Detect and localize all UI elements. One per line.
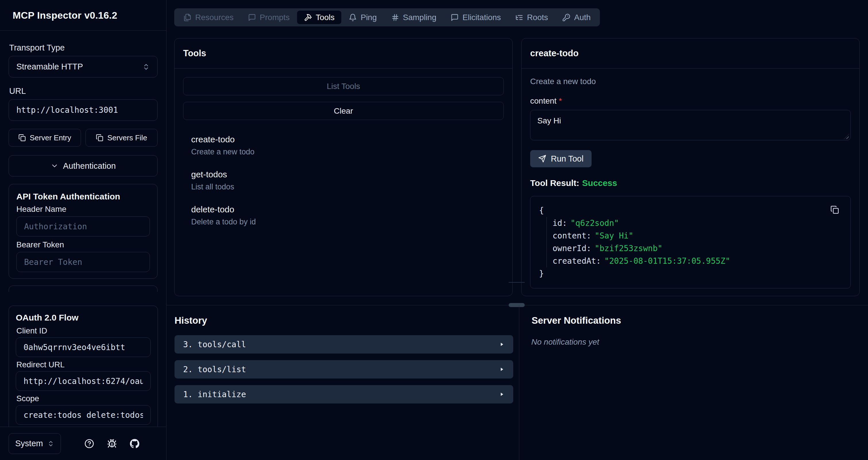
tool-result-json: { id:"q6z2sodn" content:"Say Hi" ownerId…: [530, 196, 851, 288]
tab-label: Auth: [574, 13, 591, 22]
sidebar-header: MCP Inspector v0.16.2: [0, 0, 166, 31]
history-item-tools-call[interactable]: 3. tools/call: [175, 335, 513, 354]
horizontal-split-handle[interactable]: [508, 303, 525, 307]
message-square-icon: [451, 13, 459, 22]
vertical-split-grip[interactable]: [508, 282, 525, 283]
history-title: History: [175, 315, 207, 326]
client-id-label: Client ID: [17, 327, 151, 335]
json-entry: createdAt:"2025-08-01T15:37:05.955Z": [553, 255, 842, 267]
files-icon: [183, 13, 191, 22]
header-name-input[interactable]: [17, 217, 150, 236]
history-item-label: 1. initialize: [183, 390, 246, 399]
tools-panel-title: Tools: [175, 38, 513, 69]
tab-ping[interactable]: Ping: [342, 11, 383, 24]
content-textarea[interactable]: Say Hi: [530, 110, 851, 140]
chevrons-up-down-icon: [48, 440, 54, 447]
tool-result-status: Success: [582, 178, 617, 188]
clear-tools-button[interactable]: Clear: [183, 102, 504, 120]
sidebar-scroll-area[interactable]: Transport Type Streamable HTTP URL Serve…: [0, 31, 166, 292]
chevron-right-icon: [499, 391, 505, 397]
selected-tool-body: Create a new todo content* Say Hi Run To…: [522, 69, 859, 297]
tool-description: List all todos: [191, 182, 496, 192]
content-textarea-wrap: Say Hi: [530, 110, 851, 141]
oauth-flow-title: OAuth 2.0 Flow: [16, 313, 151, 323]
tool-name: delete-todo: [191, 204, 496, 215]
hammer-icon: [304, 13, 312, 22]
json-entry: ownerId:"bzif253zswnb": [553, 242, 842, 255]
transport-type-select[interactable]: Streamable HTTP: [9, 56, 158, 77]
history-item-tools-list[interactable]: 2. tools/list: [175, 360, 513, 379]
tool-name: create-todo: [191, 134, 496, 144]
tab-label: Roots: [527, 13, 548, 22]
history-item-initialize[interactable]: 1. initialize: [175, 385, 513, 403]
history-notifications-separator: [519, 305, 519, 460]
tools-panel: Tools List Tools Clear create-todo Creat…: [174, 38, 513, 296]
server-notifications-empty: No notifications yet: [531, 337, 599, 347]
footer-icons: [61, 439, 157, 449]
header-name-label: Header Name: [17, 205, 150, 213]
bell-icon: [349, 13, 357, 22]
authentication-toggle[interactable]: Authentication: [9, 155, 158, 176]
theme-select[interactable]: System: [9, 433, 61, 454]
chevrons-up-down-icon: [143, 63, 150, 71]
list-tree-icon: [515, 13, 523, 22]
api-token-title: API Token Authentication: [17, 192, 150, 201]
github-icon[interactable]: [130, 439, 140, 449]
run-tool-label: Run Tool: [551, 154, 584, 164]
tab-elicitations[interactable]: Elicitations: [444, 11, 508, 24]
tab-label: Prompts: [260, 13, 290, 22]
tab-resources[interactable]: Resources: [177, 11, 241, 24]
redirect-url-label: Redirect URL: [17, 360, 151, 369]
tab-prompts[interactable]: Prompts: [241, 11, 297, 24]
chevron-right-icon: [499, 366, 505, 372]
copy-result-button[interactable]: [830, 205, 839, 214]
copy-icon: [19, 134, 26, 141]
scope-label: Scope: [17, 394, 151, 403]
selected-tool-description: Create a new todo: [530, 77, 851, 86]
transport-type-value: Streamable HTTP: [17, 62, 83, 71]
sidebar: MCP Inspector v0.16.2 Transport Type Str…: [0, 0, 166, 460]
bearer-token-input[interactable]: [17, 252, 150, 272]
mcp-inspector-app: MCP Inspector v0.16.2 Transport Type Str…: [0, 0, 868, 460]
sidebar-footer: System: [0, 427, 166, 460]
theme-select-value: System: [15, 439, 43, 448]
redirect-url-input[interactable]: [16, 371, 151, 391]
json-close-brace: }: [539, 267, 842, 280]
copy-icon: [96, 134, 103, 141]
tools-panel-body: List Tools Clear create-todo Create a ne…: [175, 69, 513, 244]
tool-name: get-todos: [191, 169, 496, 179]
main-tabbar: Resources Prompts Tools Ping Sampling El…: [174, 8, 600, 26]
tab-label: Tools: [316, 13, 334, 22]
tab-roots[interactable]: Roots: [508, 11, 555, 24]
history-item-label: 2. tools/list: [183, 365, 246, 374]
scope-input[interactable]: [16, 405, 151, 425]
bug-icon[interactable]: [107, 439, 117, 449]
list-tools-button[interactable]: List Tools: [183, 77, 504, 95]
tab-label: Resources: [195, 13, 234, 22]
selected-tool-title: create-todo: [522, 38, 859, 69]
message-square-icon: [248, 13, 256, 22]
tab-auth[interactable]: Auth: [555, 11, 598, 24]
json-entry: id:"q6z2sodn": [553, 217, 842, 230]
server-entry-button[interactable]: Server Entry: [9, 129, 81, 146]
tool-description: Delete a todo by id: [191, 217, 496, 227]
server-notifications-title: Server Notifications: [532, 315, 621, 326]
chevron-down-icon: [51, 162, 59, 170]
copy-icon: [830, 205, 839, 214]
history-item-label: 3. tools/call: [183, 340, 246, 349]
tool-result-line: Tool Result:Success: [530, 178, 851, 188]
oauth-flow-card: OAuth 2.0 Flow Client ID Redirect URL Sc…: [9, 306, 158, 427]
help-icon[interactable]: [84, 439, 94, 449]
tool-list-item-get-todos[interactable]: get-todos List all todos: [191, 165, 496, 200]
tab-tools[interactable]: Tools: [297, 11, 341, 24]
tab-label: Sampling: [403, 13, 437, 22]
transport-type-label: Transport Type: [9, 43, 158, 52]
tool-list-item-delete-todo[interactable]: delete-todo Delete a todo by id: [191, 200, 496, 235]
tab-sampling[interactable]: Sampling: [384, 11, 443, 24]
servers-file-button[interactable]: Servers File: [86, 129, 158, 146]
tool-list-item-create-todo[interactable]: create-todo Create a new todo: [191, 130, 496, 165]
authentication-toggle-label: Authentication: [63, 161, 116, 171]
url-input[interactable]: [9, 99, 158, 121]
client-id-input[interactable]: [16, 337, 151, 357]
run-tool-button[interactable]: Run Tool: [530, 150, 592, 167]
